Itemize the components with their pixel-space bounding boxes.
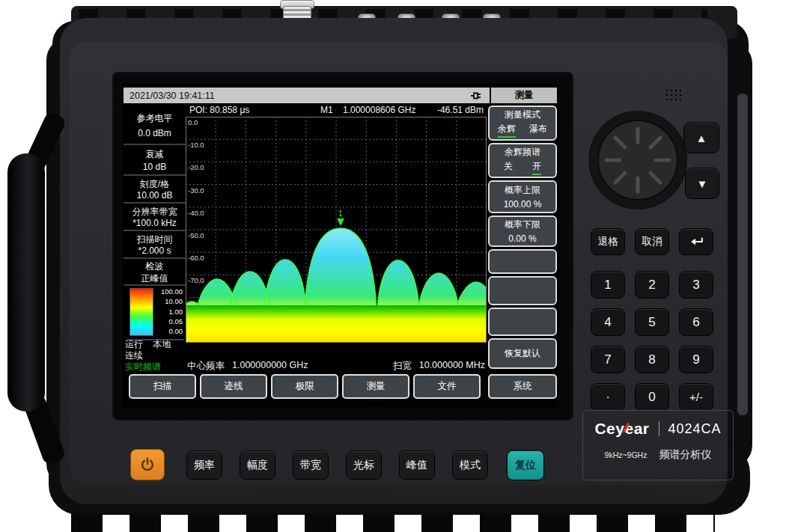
colorbar-gradient	[130, 288, 153, 336]
param-value: *100.0 kHz	[132, 218, 177, 228]
param-scale-div: 刻度/格 10.00 dB	[124, 177, 186, 204]
frequency-footer: 中心频率 1.000000000 GHz 扫宽 10.000000 MHz	[187, 358, 485, 373]
option-persistence[interactable]: 余辉	[498, 123, 516, 138]
param-value: 0.0 dBm	[138, 128, 171, 138]
poi-readout: POI: 80.858 μs	[189, 105, 249, 115]
softkey-measure[interactable]: 测量	[342, 374, 409, 399]
side-seam	[737, 94, 748, 415]
svg-text:0.0: 0.0	[188, 118, 198, 126]
run-label: 运行	[125, 339, 143, 349]
menu-measure-mode[interactable]: 测量模式 余辉 瀑布	[488, 106, 557, 141]
marker-frequency: 1.000008606 GHz	[343, 105, 415, 115]
carry-handle[interactable]	[7, 153, 45, 412]
rotary-knob[interactable]	[597, 120, 678, 201]
param-label: 衰减	[146, 149, 164, 159]
softkey-sweep[interactable]: 扫描	[129, 374, 196, 399]
colorbar-tick: 10.00	[154, 297, 183, 305]
param-sweep-time: 扫描时间 *2.000 s	[124, 233, 186, 259]
param-rbw: 分辨率带宽 *100.0 kHz	[124, 205, 186, 231]
colorbar-ticks: 100.00 10.00 1.00 0.05 0.00	[154, 287, 183, 335]
hardkey-frequency[interactable]: 频率	[186, 450, 222, 480]
menu-probability-lower[interactable]: 概率下限 0.00 %	[488, 215, 557, 247]
menu-btn-value: 0.00 %	[508, 233, 536, 244]
power-button[interactable]	[130, 449, 165, 480]
svg-text:-50.0: -50.0	[188, 231, 204, 239]
hardkey-bandwidth[interactable]: 带宽	[293, 450, 329, 480]
param-value: 10.00 dB	[136, 190, 172, 201]
local-label: 本地	[153, 339, 171, 349]
svg-text:-40.0: -40.0	[188, 209, 204, 217]
svg-text:-10.0: -10.0	[188, 141, 204, 149]
key-3[interactable]: 3	[679, 271, 713, 299]
marker-level: -46.51 dBm	[437, 105, 484, 115]
enter-key[interactable]	[679, 228, 713, 255]
up-arrow-icon: ▲	[696, 132, 707, 144]
key-2[interactable]: 2	[635, 271, 669, 299]
menu-btn-title: 测量模式	[505, 108, 540, 121]
param-attenuation: 衰减 10 dB	[124, 147, 186, 176]
softkey-trace[interactable]: 迹线	[200, 374, 267, 399]
key-8[interactable]: 8	[635, 346, 669, 373]
menu-btn-title: 概率下限	[505, 218, 540, 231]
key-7[interactable]: 7	[591, 346, 625, 373]
key-4[interactable]: 4	[591, 308, 625, 336]
svg-text:-70.0: -70.0	[188, 276, 204, 284]
softkey-system[interactable]: 系统	[488, 374, 557, 399]
backspace-key[interactable]: 退格	[591, 228, 625, 255]
key-0[interactable]: 0	[635, 383, 669, 411]
status-datetime: 2021/03/30 19:41:11	[130, 91, 215, 101]
param-value: 10 dB	[143, 162, 166, 172]
spectrum-analyzer-device: 2021/03/30 19:41:11 测量 POI: 80.858 μs M1…	[0, 0, 786, 532]
brand-divider	[659, 421, 659, 436]
softkey-limit[interactable]: 极限	[271, 374, 338, 399]
menu-btn-title: 恢复默认	[505, 347, 540, 360]
rubber-feet	[71, 513, 715, 532]
colorbar-tick: 1.00	[154, 308, 183, 316]
hardkey-mode[interactable]: 模式	[452, 450, 488, 480]
svg-text:-30.0: -30.0	[188, 186, 204, 195]
key-6[interactable]: 6	[679, 308, 713, 336]
softkey-file[interactable]: 文件	[413, 374, 481, 399]
hardkey-amplitude[interactable]: 幅度	[240, 450, 275, 480]
frequency-range: 9kHz~9GHz	[605, 450, 648, 459]
param-label: 参考电平	[137, 113, 173, 123]
menu-persistence-spectrum[interactable]: 余辉频谱 关 开	[488, 143, 557, 178]
up-arrow-button[interactable]: ▲	[683, 122, 719, 153]
key-5[interactable]: 5	[635, 308, 669, 336]
menu-title: 测量	[491, 88, 557, 103]
param-value: 正峰值	[141, 273, 168, 284]
option-off[interactable]: 关	[504, 160, 513, 175]
brand-text: Ceyear	[594, 420, 649, 437]
product-name: 频谱分析仪	[659, 448, 711, 462]
option-waterfall[interactable]: 瀑布	[529, 123, 547, 138]
marker-id: M1	[320, 105, 333, 115]
branding-plate: Ceyear 4024CA 9kHz~9GHz 频谱分析仪	[582, 410, 734, 480]
param-ref-level: 参考电平 0.0 dBm	[124, 108, 186, 145]
power-icon	[139, 456, 156, 473]
span-value: 10.000000 MHz	[419, 360, 485, 373]
hardkey-peak[interactable]: 峰值	[399, 450, 435, 480]
key-9[interactable]: 9	[679, 346, 713, 373]
svg-text:-60.0: -60.0	[188, 254, 204, 262]
menu-btn-title: 余辉频谱	[505, 146, 540, 159]
realtime-mode-label: 实时频谱	[125, 361, 185, 373]
key-1[interactable]: 1	[591, 271, 625, 299]
param-label: 扫描时间	[137, 234, 173, 245]
key-plus-minus[interactable]: +/-	[679, 383, 713, 411]
param-label: 刻度/格	[140, 179, 169, 189]
colorbar-tick: 100.00	[154, 287, 183, 296]
param-value: *2.000 s	[138, 245, 171, 256]
hardkey-marker[interactable]: 光标	[346, 450, 382, 480]
option-on[interactable]: 开	[532, 160, 541, 175]
cancel-key[interactable]: 取消	[635, 228, 669, 255]
down-arrow-button[interactable]: ▼	[685, 168, 719, 199]
menu-restore-defaults[interactable]: 恢复默认	[488, 338, 557, 369]
reset-button[interactable]: 复位	[507, 450, 544, 480]
menu-blank-1[interactable]	[488, 249, 557, 274]
key-decimal[interactable]: ·	[591, 383, 625, 411]
ac-power-icon	[470, 91, 484, 100]
colorbar-tick: 0.05	[154, 317, 183, 325]
menu-blank-3[interactable]	[488, 308, 557, 336]
menu-probability-upper[interactable]: 概率上限 100.00 %	[488, 180, 557, 213]
menu-blank-2[interactable]	[488, 276, 557, 305]
